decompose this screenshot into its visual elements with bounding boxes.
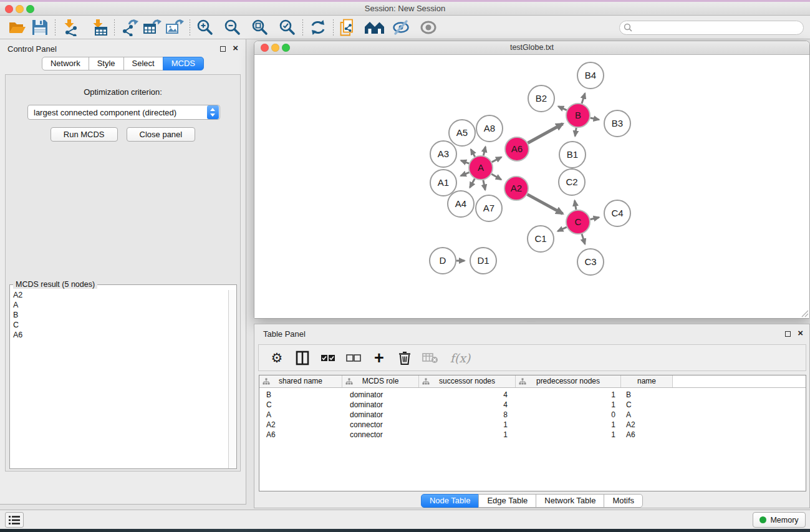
- graph-node-C3[interactable]: C3: [577, 249, 604, 275]
- mcds-result-item[interactable]: A2: [10, 290, 228, 300]
- select-all-columns-button[interactable]: [320, 350, 336, 366]
- graph-node-A4[interactable]: A4: [448, 191, 474, 217]
- zoom-fit-button[interactable]: [249, 17, 271, 37]
- network-canvas[interactable]: B4B2BB3A5A8A6A3B1AA1C2A2A4A7C4CC1C3DD1: [254, 55, 809, 318]
- deselect-all-columns-button[interactable]: [345, 350, 362, 366]
- close-network-window-icon[interactable]: [261, 44, 269, 52]
- graph-node-C2[interactable]: C2: [559, 169, 585, 195]
- graph-node-A[interactable]: A: [469, 156, 493, 180]
- new-network-from-selection-button[interactable]: [337, 17, 360, 37]
- graph-node-C1[interactable]: C1: [528, 226, 554, 252]
- close-table-panel-icon[interactable]: ×: [798, 328, 803, 338]
- tab-style[interactable]: Style: [89, 57, 124, 70]
- open-file-button[interactable]: [6, 17, 29, 37]
- graph-edge-A-A6[interactable]: [492, 157, 501, 162]
- graph-node-B4[interactable]: B4: [577, 62, 604, 89]
- show-hidden-button[interactable]: [417, 17, 440, 37]
- graph-edge-B-B1[interactable]: [575, 128, 576, 137]
- export-table-button[interactable]: [141, 17, 163, 37]
- graph-node-A6[interactable]: A6: [505, 137, 529, 161]
- graph-node-A7[interactable]: A7: [476, 195, 502, 221]
- graph-edge-A-A3[interactable]: [461, 160, 469, 163]
- column-visibility-button[interactable]: [294, 350, 311, 366]
- graph-edge-C-C4[interactable]: [591, 218, 599, 220]
- tab-edge-table[interactable]: Edge Table: [478, 494, 536, 508]
- close-panel-button[interactable]: Close panel: [127, 127, 196, 142]
- export-image-button[interactable]: [163, 17, 186, 37]
- graph-node-B1[interactable]: B1: [559, 142, 586, 168]
- import-network-button[interactable]: [59, 17, 82, 37]
- column-header-successor-nodes[interactable]: successor nodes: [419, 375, 516, 387]
- graph-node-C4[interactable]: C4: [604, 200, 630, 226]
- export-network-button[interactable]: [118, 17, 141, 37]
- graph-edge-A-A8[interactable]: [483, 147, 485, 155]
- close-panel-icon[interactable]: ×: [233, 43, 238, 53]
- zoom-network-window-icon[interactable]: [282, 44, 290, 52]
- float-panel-icon[interactable]: [220, 46, 226, 52]
- mcds-result-item[interactable]: B: [10, 310, 228, 320]
- graph-edge-A-A1[interactable]: [461, 172, 470, 176]
- column-header-mcds-role[interactable]: MCDS role: [342, 375, 419, 387]
- memory-button[interactable]: Memory: [753, 512, 806, 528]
- table-row[interactable]: Adominator80A: [259, 410, 806, 420]
- table-row[interactable]: A2connector11A2: [259, 420, 806, 430]
- run-mcds-button[interactable]: Run MCDS: [51, 127, 118, 142]
- tab-mcds[interactable]: MCDS: [163, 57, 204, 70]
- zoom-window-icon[interactable]: [26, 5, 34, 13]
- column-header-shared-name[interactable]: shared name: [259, 375, 342, 387]
- refresh-view-button[interactable]: [307, 17, 329, 37]
- zoom-in-button[interactable]: [194, 17, 216, 37]
- graph-edge-C-C1[interactable]: [557, 227, 566, 231]
- tab-network[interactable]: Network: [42, 57, 89, 70]
- table-row[interactable]: Cdominator41C: [259, 400, 806, 410]
- show-task-history-button[interactable]: [5, 512, 24, 528]
- graph-node-A8[interactable]: A8: [476, 115, 503, 142]
- save-session-button[interactable]: [29, 17, 51, 37]
- graph-edge-B-B4[interactable]: [582, 94, 585, 104]
- mcds-result-scrollbar[interactable]: [228, 290, 236, 468]
- delete-table-button[interactable]: [422, 350, 438, 366]
- mcds-result-item[interactable]: C: [10, 320, 228, 330]
- graph-node-A5[interactable]: A5: [449, 120, 475, 146]
- function-builder-button[interactable]: f(x): [448, 350, 473, 366]
- tab-node-table[interactable]: Node Table: [421, 494, 480, 508]
- mcds-result-item[interactable]: A6: [10, 330, 228, 340]
- import-table-button[interactable]: [88, 17, 110, 37]
- graph-edge-B-B3[interactable]: [591, 118, 599, 120]
- minimize-window-icon[interactable]: [16, 5, 24, 13]
- delete-column-button[interactable]: [397, 350, 413, 366]
- graph-edge-C-C3[interactable]: [582, 234, 585, 244]
- window-resize-grip[interactable]: [801, 310, 809, 317]
- table-settings-button[interactable]: ⚙: [269, 350, 285, 366]
- zoom-selected-button[interactable]: [276, 17, 299, 37]
- graph-edge-A-A7[interactable]: [483, 180, 485, 190]
- graph-edge-A2-C[interactable]: [528, 195, 563, 214]
- graph-node-C[interactable]: C: [566, 210, 590, 234]
- graph-node-D1[interactable]: D1: [470, 248, 496, 274]
- table-row[interactable]: Bdominator41B: [259, 390, 806, 400]
- mcds-result-item[interactable]: A: [10, 300, 228, 310]
- tab-select[interactable]: Select: [123, 57, 163, 70]
- graph-edge-C-C2[interactable]: [575, 201, 576, 210]
- column-header-name[interactable]: name: [621, 375, 673, 387]
- graph-node-A2[interactable]: A2: [504, 177, 528, 200]
- graph-edge-A-A2[interactable]: [491, 174, 501, 180]
- criterion-select[interactable]: largest connected component (directed): [27, 105, 220, 120]
- tab-motifs[interactable]: Motifs: [604, 494, 643, 508]
- panel-divider-handle[interactable]: [527, 320, 536, 322]
- zoom-out-button[interactable]: [221, 17, 244, 37]
- graph-node-A1[interactable]: A1: [430, 170, 456, 196]
- minimize-network-window-icon[interactable]: [271, 44, 279, 52]
- column-header-predecessor-nodes[interactable]: predecessor nodes: [516, 375, 621, 387]
- home-networks-button[interactable]: [364, 17, 386, 37]
- hide-selected-button[interactable]: [390, 17, 412, 37]
- graph-edge-A-A4[interactable]: [470, 179, 475, 188]
- graph-edge-A6-B[interactable]: [528, 124, 563, 143]
- float-table-panel-icon[interactable]: [785, 331, 791, 337]
- graph-edge-B-B2[interactable]: [558, 107, 567, 110]
- graph-node-B[interactable]: B: [566, 104, 590, 127]
- close-window-icon[interactable]: [5, 5, 13, 13]
- graph-edge-A-A5[interactable]: [471, 149, 475, 157]
- graph-node-D[interactable]: D: [430, 248, 456, 274]
- search-input[interactable]: [633, 22, 803, 34]
